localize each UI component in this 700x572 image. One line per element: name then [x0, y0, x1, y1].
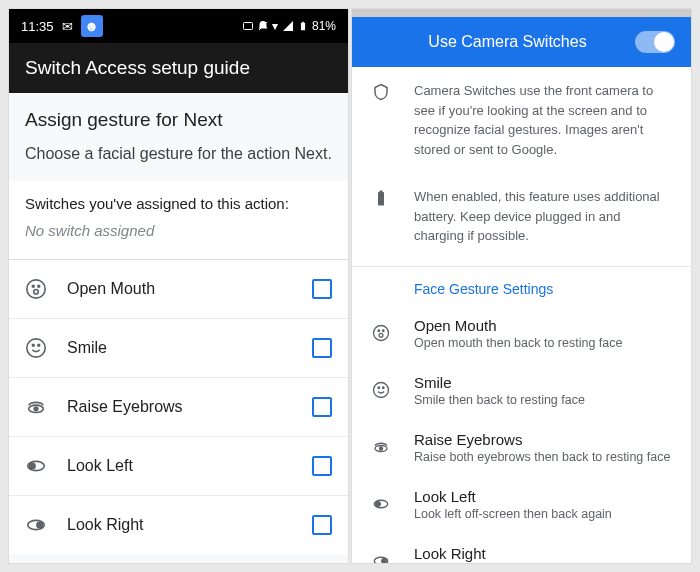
toggle-knob — [654, 32, 674, 52]
top-sliver — [352, 9, 691, 17]
right-phone: Use Camera Switches Camera Switches use … — [351, 8, 692, 564]
svg-point-21 — [383, 330, 385, 332]
gesture-row-eyebrows[interactable]: Raise Eyebrows — [9, 378, 348, 437]
camera-switches-toggle[interactable] — [635, 31, 675, 53]
look-right-icon — [25, 514, 47, 536]
eyebrows-icon — [372, 438, 390, 456]
page-subtitle: Choose a facial gesture for the action N… — [25, 143, 332, 165]
svg-point-31 — [382, 559, 387, 563]
setting-title: Open Mouth — [414, 317, 671, 334]
checkbox[interactable] — [312, 456, 332, 476]
svg-point-5 — [32, 286, 34, 288]
left-phone: 11:35 ✉ ☻ ▾ 81% Switch Access setup guid… — [8, 8, 349, 564]
wifi-icon: ▾ — [272, 19, 278, 33]
no-switch-text: No switch assigned — [25, 222, 332, 239]
gesture-row-smile[interactable]: Smile — [9, 319, 348, 378]
page-heading: Assign gesture for Next — [25, 109, 332, 131]
svg-point-10 — [38, 345, 40, 347]
setting-row-look-left[interactable]: Look Left Look left off-screen then back… — [352, 476, 691, 533]
open-mouth-icon — [25, 278, 47, 300]
svg-rect-18 — [380, 191, 383, 193]
setting-sub: Open mouth then back to resting face — [414, 336, 671, 350]
svg-point-25 — [383, 387, 385, 389]
svg-point-8 — [27, 339, 45, 357]
setting-row-smile[interactable]: Smile Smile then back to resting face — [352, 362, 691, 419]
shield-icon — [372, 83, 390, 101]
svg-point-24 — [378, 387, 380, 389]
info-text: When enabled, this feature uses addition… — [414, 187, 671, 246]
battery-icon — [298, 19, 308, 33]
svg-rect-17 — [378, 192, 384, 206]
camera-switches-header: Use Camera Switches — [352, 17, 691, 67]
status-time: 11:35 — [21, 19, 54, 34]
svg-point-20 — [378, 330, 380, 332]
info-row-battery: When enabled, this feature uses addition… — [352, 173, 691, 260]
assigned-label: Switches you've assigned to this action: — [25, 195, 332, 212]
checkbox[interactable] — [312, 338, 332, 358]
status-icons: ▾ — [242, 19, 308, 33]
setting-sub: Look left off-screen then back again — [414, 507, 671, 521]
checkbox[interactable] — [312, 515, 332, 535]
svg-point-27 — [380, 447, 383, 450]
setting-row-eyebrows[interactable]: Raise Eyebrows Raise both eyebrows then … — [352, 419, 691, 476]
signal-icon — [281, 20, 295, 32]
svg-point-14 — [30, 464, 35, 470]
look-right-icon — [372, 552, 390, 563]
checkbox[interactable] — [312, 279, 332, 299]
svg-point-16 — [37, 523, 42, 529]
setting-row-open-mouth[interactable]: Open Mouth Open mouth then back to resti… — [352, 305, 691, 362]
cast-icon — [242, 20, 254, 32]
svg-point-22 — [379, 333, 383, 337]
header-title: Use Camera Switches — [392, 33, 623, 51]
svg-point-7 — [34, 290, 39, 295]
setting-title: Smile — [414, 374, 671, 391]
look-left-icon — [372, 495, 390, 513]
gesture-row-look-left[interactable]: Look Left — [9, 437, 348, 496]
svg-rect-0 — [243, 23, 252, 30]
setting-sub: Raise both eyebrows then back to resting… — [414, 450, 671, 464]
battery-percent: 81% — [312, 19, 336, 33]
status-bar: 11:35 ✉ ☻ ▾ 81% — [9, 9, 348, 43]
battery-icon — [372, 189, 390, 207]
setting-title: Look Left — [414, 488, 671, 505]
gesture-row-look-right[interactable]: Look Right — [9, 496, 348, 554]
setting-row-look-right[interactable]: Look Right Look right off-screen then ba… — [352, 533, 691, 564]
info-row-privacy: Camera Switches use the front camera to … — [352, 67, 691, 173]
look-left-icon — [25, 455, 47, 477]
checkbox[interactable] — [312, 397, 332, 417]
svg-point-12 — [34, 407, 38, 411]
svg-point-23 — [374, 383, 389, 398]
svg-point-29 — [376, 502, 381, 507]
smile-icon — [372, 381, 390, 399]
setting-sub: Smile then back to resting face — [414, 393, 671, 407]
face-app-icon: ☻ — [81, 15, 103, 37]
open-mouth-icon — [372, 324, 390, 342]
eyebrows-icon — [25, 396, 47, 418]
app-bar-title: Switch Access setup guide — [9, 43, 348, 93]
envelope-icon: ✉ — [62, 19, 73, 34]
gesture-row-open-mouth[interactable]: Open Mouth — [9, 260, 348, 319]
left-content: Assign gesture for Next Choose a facial … — [9, 93, 348, 563]
svg-point-9 — [32, 345, 34, 347]
info-text: Camera Switches use the front camera to … — [414, 81, 671, 159]
svg-rect-2 — [301, 23, 305, 31]
svg-rect-3 — [302, 22, 304, 23]
setting-title: Look Right — [414, 545, 671, 562]
svg-point-6 — [38, 286, 40, 288]
gesture-label: Look Left — [67, 457, 292, 475]
smile-icon — [25, 337, 47, 359]
gesture-label: Look Right — [67, 516, 292, 534]
gesture-label: Raise Eyebrows — [67, 398, 292, 416]
dnd-icon — [257, 20, 269, 32]
gesture-label: Smile — [67, 339, 292, 357]
face-gesture-settings-header: Face Gesture Settings — [352, 266, 691, 305]
gesture-label: Open Mouth — [67, 280, 292, 298]
right-content: Camera Switches use the front camera to … — [352, 67, 691, 563]
setting-title: Raise Eyebrows — [414, 431, 671, 448]
